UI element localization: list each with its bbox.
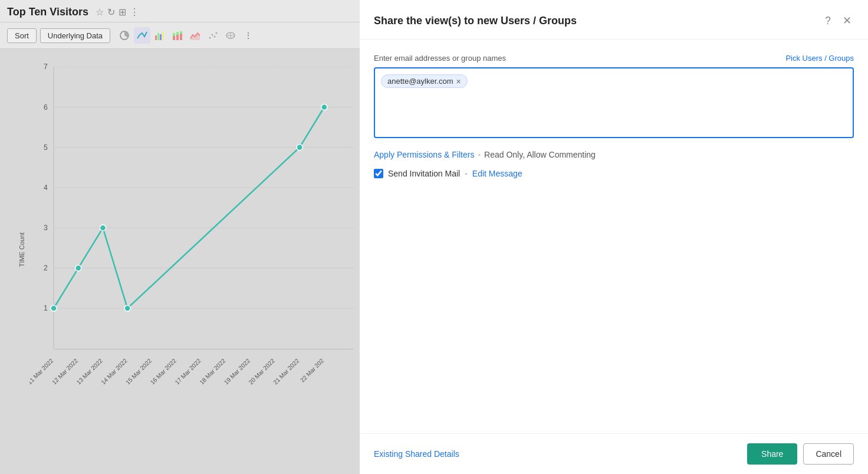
- svg-rect-10: [180, 31, 182, 34]
- more-icon[interactable]: ⋮: [130, 6, 139, 18]
- svg-point-35: [51, 305, 57, 311]
- left-chart-panel: Top Ten Visitors ☆ ↻ ⊞ ⋮ Sort Underlying…: [0, 0, 360, 474]
- existing-shared-link[interactable]: Existing Shared Details: [374, 449, 459, 459]
- footer-buttons: Share Cancel: [747, 443, 854, 465]
- share-button[interactable]: Share: [747, 443, 797, 465]
- permissions-detail: Read Only, Allow Commenting: [484, 150, 596, 159]
- svg-text:1: 1: [44, 304, 48, 312]
- svg-rect-7: [176, 35, 179, 40]
- share-dialog: Share the view(s) to new Users / Groups …: [360, 0, 868, 474]
- email-tag-remove-button[interactable]: ×: [456, 77, 461, 86]
- pick-users-link[interactable]: Pick Users / Groups: [785, 54, 854, 63]
- svg-point-12: [209, 37, 211, 39]
- chart-header: Top Ten Visitors ☆ ↻ ⊞ ⋮: [0, 0, 360, 22]
- star-icon[interactable]: ☆: [96, 6, 104, 18]
- svg-text:22 Mar 202: 22 Mar 202: [299, 357, 325, 383]
- dialog-footer: Existing Shared Details Share Cancel: [360, 433, 868, 474]
- y-axis-label: TIME Count: [18, 233, 25, 267]
- svg-rect-8: [176, 32, 179, 35]
- refresh-icon[interactable]: ↻: [107, 6, 115, 18]
- close-button[interactable]: ✕: [840, 12, 854, 30]
- svg-rect-2: [157, 33, 159, 40]
- help-button[interactable]: ?: [823, 12, 833, 30]
- map-chart-icon[interactable]: [222, 27, 239, 44]
- invite-row: Send Invitation Mail - Edit Message: [374, 169, 854, 178]
- edit-message-link[interactable]: Edit Message: [472, 169, 522, 178]
- dialog-body: Enter email addresses or group names Pic…: [360, 40, 868, 433]
- svg-text:7: 7: [44, 63, 48, 71]
- chart-toolbar: Sort Underlying Data: [0, 22, 360, 49]
- svg-text:2: 2: [44, 264, 48, 272]
- svg-text:21 Mar 2022: 21 Mar 2022: [272, 357, 300, 385]
- scatter-chart-icon[interactable]: [205, 27, 221, 44]
- svg-point-15: [216, 32, 218, 34]
- svg-point-40: [321, 104, 327, 110]
- svg-marker-11: [190, 33, 200, 40]
- stacked-bar-icon[interactable]: [169, 27, 186, 44]
- cancel-button[interactable]: Cancel: [803, 443, 854, 465]
- svg-text:6: 6: [44, 103, 48, 112]
- chart-type-icons: ⋮: [116, 27, 257, 44]
- options-icon[interactable]: ⋮: [240, 27, 257, 44]
- svg-rect-3: [160, 34, 162, 40]
- email-label-text: Enter email addresses or group names: [374, 54, 506, 63]
- dialog-header: Share the view(s) to new Users / Groups …: [360, 0, 868, 40]
- chart-area: TIME Count 7 6 5 4 3 2 1: [0, 49, 360, 450]
- pie-chart-icon[interactable]: [116, 27, 133, 44]
- invite-dash: -: [465, 169, 468, 178]
- svg-text:4: 4: [44, 184, 48, 192]
- chart-title: Top Ten Visitors: [7, 6, 88, 18]
- svg-rect-4: [162, 32, 164, 40]
- svg-rect-1: [155, 35, 157, 40]
- underlying-data-button[interactable]: Underlying Data: [40, 28, 110, 43]
- dialog-header-actions: ? ✕: [823, 12, 854, 30]
- area-chart-icon[interactable]: [187, 27, 203, 44]
- permissions-row: Apply Permissions & Filters - Read Only,…: [374, 150, 854, 159]
- svg-text:5: 5: [44, 143, 48, 152]
- send-invite-checkbox[interactable]: [374, 169, 383, 178]
- svg-point-39: [297, 145, 303, 151]
- svg-rect-6: [173, 33, 175, 36]
- svg-point-38: [124, 305, 130, 311]
- invite-label: Send Invitation Mail: [388, 169, 460, 178]
- svg-point-14: [214, 36, 216, 38]
- svg-point-13: [212, 34, 213, 36]
- sort-button[interactable]: Sort: [7, 28, 37, 43]
- bar-chart-icon[interactable]: [152, 27, 168, 44]
- email-field-label: Enter email addresses or group names Pic…: [374, 54, 854, 63]
- svg-point-37: [100, 225, 106, 231]
- chart-svg: 7 6 5 4 3 2 1: [29, 55, 354, 403]
- save-icon[interactable]: ⊞: [119, 6, 126, 18]
- email-tag-text: anette@aylker.com: [387, 77, 453, 86]
- line-chart-icon[interactable]: [134, 27, 150, 44]
- svg-text:3: 3: [44, 224, 48, 232]
- chart-header-icons: ☆ ↻ ⊞ ⋮: [96, 6, 139, 18]
- dialog-title: Share the view(s) to new Users / Groups: [374, 15, 577, 27]
- permissions-link[interactable]: Apply Permissions & Filters: [374, 150, 474, 159]
- svg-rect-5: [173, 36, 175, 40]
- email-tag: anette@aylker.com ×: [381, 74, 468, 88]
- svg-rect-9: [180, 34, 182, 40]
- permissions-dash: -: [478, 150, 481, 159]
- email-input-box[interactable]: anette@aylker.com ×: [374, 67, 854, 138]
- svg-point-36: [75, 265, 81, 271]
